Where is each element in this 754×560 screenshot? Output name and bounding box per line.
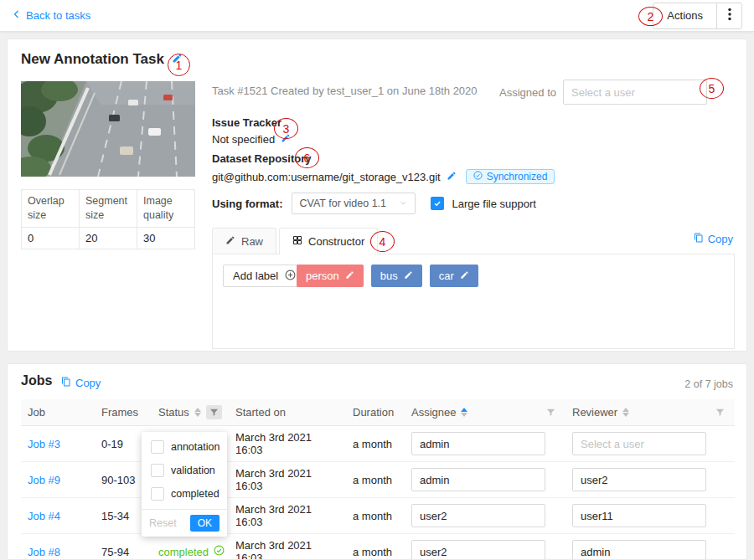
job-frames: 75-94 bbox=[95, 534, 152, 560]
label-chip-bus[interactable]: bus bbox=[371, 265, 422, 287]
large-file-checkbox[interactable] bbox=[431, 197, 444, 210]
assignee-filter-icon[interactable] bbox=[543, 405, 559, 419]
filter-option-annotation[interactable]: annotation bbox=[142, 435, 227, 459]
tab-raw-label: Raw bbox=[241, 235, 263, 248]
issue-tracker-value: Not specified bbox=[212, 133, 275, 146]
filter-option-validation[interactable]: validation bbox=[142, 459, 227, 482]
copy-icon bbox=[61, 377, 71, 389]
job-started: March 3rd 2021 16:03 bbox=[229, 426, 346, 462]
assignee-sort-icon[interactable] bbox=[461, 408, 467, 417]
status-filter-icon[interactable] bbox=[206, 405, 222, 419]
checkbox-icon[interactable] bbox=[151, 464, 164, 477]
job-assignee-input[interactable] bbox=[411, 468, 545, 491]
copy-labels-link[interactable]: Copy bbox=[694, 233, 733, 245]
job-duration: a month bbox=[346, 426, 405, 462]
pencil-icon[interactable] bbox=[460, 270, 469, 282]
job-reviewer-input[interactable] bbox=[572, 468, 706, 491]
format-select[interactable]: CVAT for video 1.1 bbox=[292, 193, 416, 214]
jobs-card: Jobs Copy 2 of 7 jobs Job Frames Status bbox=[7, 363, 747, 560]
checkbox-icon[interactable] bbox=[151, 440, 164, 454]
plus-circle-icon bbox=[285, 270, 296, 283]
job-assignee-input[interactable] bbox=[411, 504, 545, 527]
job-row: Job #8 75-94 completed March 3rd 2021 16… bbox=[21, 534, 735, 560]
job-status: completed bbox=[158, 546, 209, 558]
label-chip-person[interactable]: person bbox=[297, 265, 364, 287]
job-link[interactable]: Job #8 bbox=[28, 546, 60, 558]
tab-constructor[interactable]: Constructor bbox=[279, 228, 378, 254]
label-constructor-panel: Add label person bus car bbox=[212, 254, 735, 349]
status-sort-icon[interactable] bbox=[194, 408, 201, 417]
kebab-icon bbox=[728, 8, 731, 23]
pencil-icon bbox=[225, 235, 235, 248]
job-reviewer-input[interactable] bbox=[572, 432, 706, 455]
assigned-to-label: Assigned to bbox=[499, 86, 556, 99]
back-to-tasks-link[interactable]: Back to tasks bbox=[12, 9, 90, 22]
chevron-left-icon bbox=[12, 9, 22, 22]
copy-icon bbox=[694, 233, 704, 245]
tab-constructor-label: Constructor bbox=[308, 235, 364, 248]
job-assignee-input[interactable] bbox=[411, 540, 545, 560]
filter-footer: Reset OK bbox=[142, 509, 227, 537]
edit-repository-icon[interactable] bbox=[447, 171, 457, 183]
more-actions-button[interactable] bbox=[716, 3, 741, 28]
job-started: March 3rd 2021 16:03 bbox=[229, 498, 346, 534]
image-quality-value: 30 bbox=[137, 227, 195, 249]
task-title-row: New Annotation Task bbox=[21, 51, 183, 68]
assigned-to-input[interactable] bbox=[563, 80, 707, 105]
label-chip-car[interactable]: car bbox=[430, 265, 478, 287]
callout-4: 4 bbox=[370, 231, 395, 252]
segment-size-value: 20 bbox=[80, 227, 137, 249]
job-reviewer-input[interactable] bbox=[572, 540, 706, 560]
job-assignee-input[interactable] bbox=[411, 432, 545, 455]
job-link[interactable]: Job #4 bbox=[28, 510, 60, 522]
col-status[interactable]: Status bbox=[158, 406, 189, 419]
job-row: Job #9 90-103 March 3rd 2021 16:03 a mon… bbox=[21, 462, 735, 498]
copy-jobs-link[interactable]: Copy bbox=[61, 377, 101, 389]
check-circle-icon bbox=[214, 545, 225, 558]
callout-6: 6 bbox=[295, 147, 319, 168]
callout-5: 5 bbox=[700, 78, 724, 99]
reviewer-sort-icon[interactable] bbox=[622, 408, 629, 417]
pencil-icon[interactable] bbox=[345, 270, 354, 282]
tab-raw[interactable]: Raw bbox=[212, 228, 276, 254]
label-chip-person-name: person bbox=[306, 270, 339, 282]
task-title: New Annotation Task bbox=[21, 51, 164, 68]
add-label-button[interactable]: Add label bbox=[223, 265, 306, 287]
job-link[interactable]: Job #9 bbox=[28, 474, 60, 486]
filter-option-completed[interactable]: completed bbox=[142, 482, 227, 506]
col-job: Job bbox=[28, 406, 45, 419]
job-reviewer-input[interactable] bbox=[572, 504, 706, 527]
callout-1: 1 bbox=[168, 54, 190, 76]
assigned-to-field: Assigned to bbox=[499, 80, 707, 105]
overlap-size-value: 0 bbox=[22, 227, 80, 249]
checkbox-icon[interactable] bbox=[151, 487, 164, 501]
actions-button[interactable]: Actions bbox=[653, 3, 716, 28]
filter-ok-button[interactable]: OK bbox=[190, 515, 219, 532]
callout-2: 2 bbox=[638, 7, 663, 26]
task-meta: Task #1521 Created by test_user_1 on Jun… bbox=[212, 85, 478, 97]
jobs-count: 2 of 7 jobs bbox=[684, 378, 733, 390]
reviewer-filter-icon[interactable] bbox=[712, 405, 728, 419]
task-params-table: Overlap size Segment size Image quality … bbox=[21, 189, 195, 249]
cvat-task-page: Back to tasks Actions New Annotation Tas… bbox=[0, 0, 754, 560]
chevron-down-icon bbox=[400, 198, 407, 209]
filter-option-label: completed bbox=[171, 488, 219, 500]
copy-labels-label: Copy bbox=[708, 233, 733, 245]
col-reviewer[interactable]: Reviewer bbox=[572, 406, 617, 419]
overlap-size-header: Overlap size bbox=[22, 190, 80, 228]
job-duration: a month bbox=[346, 534, 405, 560]
task-preview-image bbox=[21, 81, 195, 177]
job-row: Job #4 15-34 March 3rd 2021 16:03 a mont… bbox=[21, 498, 735, 534]
col-assignee[interactable]: Assignee bbox=[411, 406, 456, 419]
image-quality-header: Image quality bbox=[137, 190, 195, 228]
filter-option-label: validation bbox=[171, 465, 215, 476]
pencil-icon[interactable] bbox=[404, 270, 413, 282]
dataset-repository-label: Dataset Repository bbox=[212, 152, 555, 165]
filter-reset-button[interactable]: Reset bbox=[149, 517, 177, 529]
copy-jobs-label: Copy bbox=[75, 377, 101, 389]
large-file-label: Large file support bbox=[452, 198, 536, 210]
labels-tabs-area: Raw Constructor Copy Add label bbox=[212, 228, 735, 349]
job-link[interactable]: Job #3 bbox=[28, 438, 60, 450]
label-chip-car-name: car bbox=[439, 270, 454, 282]
job-duration: a month bbox=[346, 462, 405, 498]
